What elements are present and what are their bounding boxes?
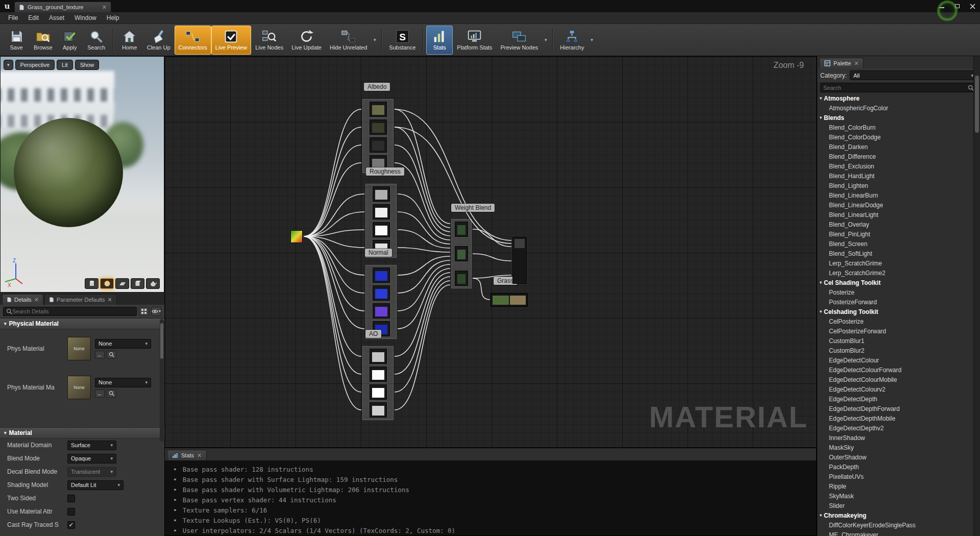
details-scrollbar[interactable] [160, 319, 164, 442]
texture-sample-node[interactable] [373, 285, 390, 301]
category-dropdown[interactable]: All ▾ [850, 70, 977, 80]
view-options-button[interactable]: ▾ [151, 307, 161, 316]
toolbar-button-hide-unrelated[interactable]: Hide Unrelated [326, 26, 371, 55]
property-matrix-button[interactable] [139, 307, 149, 316]
toolbar-button-platform-stats[interactable]: Platform Stats [453, 26, 496, 55]
asset-thumbnail[interactable]: None [67, 337, 91, 360]
texcoord-node[interactable] [290, 230, 303, 243]
palette-item[interactable]: MaskSky [817, 443, 980, 452]
palette-scrollbar[interactable] [973, 56, 980, 536]
preview-viewport[interactable]: ▾ PerspectiveLitShow Z X [0, 56, 164, 293]
texture-sample-node[interactable] [370, 137, 387, 153]
preview-mesh-cylinder-button[interactable] [85, 278, 99, 289]
palette-category-chromakeying[interactable]: ▾Chromakeying [817, 510, 980, 520]
palette-item[interactable]: OuterShadow [817, 452, 980, 462]
viewport-options-dropdown[interactable]: ▾ [4, 60, 13, 70]
preview-mesh-cube-button[interactable] [131, 278, 144, 289]
toolbar-button-save[interactable]: Save [3, 26, 30, 55]
palette-item[interactable]: ME_Chromakeyer [817, 530, 980, 536]
palette-item[interactable]: EdgeDetectDepth [817, 394, 980, 404]
palette-item[interactable]: DiffColorKeyerErodeSinglePass [817, 520, 980, 530]
tab-parameter-defaults[interactable]: Parameter Defaults✕ [44, 294, 117, 305]
comment-label-albedo[interactable]: Albedo [364, 83, 390, 91]
palette-item[interactable]: SkyMask [817, 491, 980, 501]
viewport-perspective-button[interactable]: Perspective [15, 60, 55, 70]
palette-item[interactable]: Blend_Lighten [817, 181, 980, 190]
palette-item[interactable]: InnerShadow [817, 433, 980, 443]
palette-item[interactable]: Blend_LinearBurn [817, 190, 980, 200]
toolbar-button-apply[interactable]: Apply [57, 26, 83, 55]
asset-dropdown[interactable]: None▾ [95, 339, 151, 349]
checkbox-two-sided[interactable] [67, 495, 75, 502]
property-dropdown-shading-model[interactable]: Default Lit▾ [67, 480, 124, 490]
palette-item[interactable]: Blend_LinearDodge [817, 200, 980, 210]
palette-item[interactable]: Blend_SoftLight [817, 249, 980, 258]
minimize-button[interactable] [934, 0, 949, 12]
material-output-node[interactable] [512, 237, 527, 284]
checkbox-cast-ray-traced-s[interactable]: ✓ [67, 521, 75, 529]
palette-item[interactable]: PosterizeForward [817, 297, 980, 307]
texture-sample-node[interactable] [373, 204, 390, 220]
toolbar-button-live-preview[interactable]: Live Preview [211, 26, 251, 55]
texture-sample-node[interactable] [373, 186, 390, 202]
menu-edit[interactable]: Edit [23, 13, 44, 23]
close-button[interactable] [965, 0, 980, 12]
palette-search[interactable] [820, 83, 977, 92]
stats-close-icon[interactable]: ✕ [197, 452, 202, 459]
toolbar-button-search[interactable]: Search [83, 26, 110, 55]
section-header-physical-material[interactable]: ▾Physical Material [0, 318, 164, 329]
material-graph-canvas[interactable]: AlbedoRoughnessNormalAOWeight BlendGrass… [164, 56, 817, 448]
asset-dropdown[interactable]: None▾ [95, 378, 151, 387]
toolbar-button-stats[interactable]: Stats [426, 26, 453, 55]
toolbar-button-hierarchy[interactable]: Hierarchy [556, 26, 588, 55]
checkbox-use-material-attr[interactable] [67, 508, 75, 516]
toolbar-button-connectors[interactable]: Connectors [175, 26, 211, 55]
stats-tab[interactable]: Stats ✕ [167, 450, 207, 460]
palette-item[interactable]: EdgeDetectDepthMobile [817, 413, 980, 423]
property-dropdown-blend-mode[interactable]: Opaque▾ [67, 454, 116, 464]
texture-sample-node[interactable] [370, 119, 387, 135]
menu-window[interactable]: Window [69, 13, 102, 23]
texture-sample-node[interactable] [370, 102, 387, 117]
menu-help[interactable]: Help [102, 13, 125, 23]
maximize-button[interactable] [949, 0, 965, 12]
preview-mesh-teapot-button[interactable] [146, 278, 160, 289]
texture-sample-node[interactable] [370, 384, 387, 400]
scrollbar-thumb[interactable] [975, 76, 979, 133]
palette-item[interactable]: Ripple [817, 481, 980, 491]
menu-file[interactable]: File [3, 13, 23, 23]
comment-label-weight-blend[interactable]: Weight Blend [451, 204, 495, 212]
palette-category-celshading-toolkit[interactable]: ▾Celshading Toolkit [817, 307, 980, 316]
palette-item[interactable]: Lerp_ScratchGrime2 [817, 268, 980, 278]
texture-sample-node[interactable] [370, 367, 387, 382]
comment-label-roughness[interactable]: Roughness [366, 167, 404, 176]
palette-item[interactable]: Blend_Darken [817, 142, 980, 152]
palette-item[interactable]: EdgeDetectColourForward [817, 365, 980, 375]
property-dropdown-decal-blend-mode[interactable]: Translucent▾ [67, 467, 116, 477]
palette-item[interactable]: PackDepth [817, 462, 980, 472]
browse-to-asset-button[interactable] [107, 389, 116, 398]
palette-item[interactable]: Slider [817, 501, 980, 510]
toolbar-dropdown-arrow[interactable]: ▾ [371, 26, 378, 55]
toolbar-button-live-update[interactable]: Live Update [287, 26, 326, 55]
palette-item[interactable]: EdgeDetectColourMobile [817, 375, 980, 384]
texture-sample-node[interactable] [370, 349, 387, 364]
use-selected-button[interactable]: ← [95, 389, 105, 398]
details-search-input[interactable] [12, 308, 134, 314]
palette-category-cel-shading-toolkit[interactable]: ▾Cel Shading Toolkit [817, 278, 980, 287]
palette-item[interactable]: Blend_ColorDodge [817, 132, 980, 142]
scrollbar-thumb[interactable] [160, 323, 163, 359]
browse-to-asset-button[interactable] [107, 351, 116, 359]
palette-item[interactable]: CustomBlur2 [817, 346, 980, 355]
toolbar-button-preview-nodes[interactable]: Preview Nodes [496, 26, 542, 55]
texture-sample-node[interactable] [373, 222, 390, 237]
palette-item[interactable]: EdgeDetectDepthForward [817, 404, 980, 413]
asset-tab[interactable]: Grass_ground_texture ✕ [14, 2, 111, 12]
palette-item[interactable]: Posterize [817, 287, 980, 297]
use-selected-button[interactable]: ← [95, 351, 105, 359]
palette-item[interactable]: Blend_Overlay [817, 220, 980, 229]
texture-sample-node[interactable] [373, 303, 390, 319]
palette-item[interactable]: CelPosterize [817, 316, 980, 326]
palette-item[interactable]: CelPosterizeForward [817, 326, 980, 336]
tab-close-icon[interactable]: ✕ [34, 297, 39, 303]
